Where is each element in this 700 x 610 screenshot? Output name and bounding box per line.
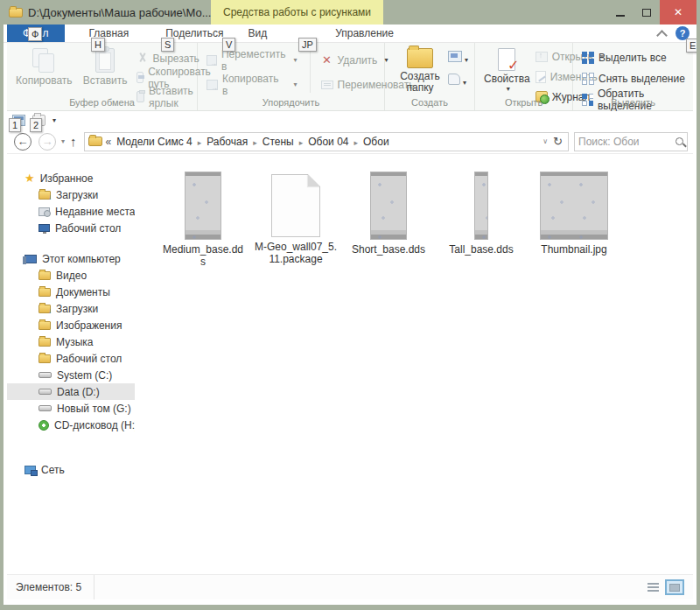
sidebar-item-label: Рабочий стол bbox=[56, 353, 122, 365]
sidebar-item-desktop-fav[interactable]: Рабочий стол bbox=[7, 220, 135, 236]
recent-locations-dropdown-icon[interactable]: ▾ bbox=[61, 137, 65, 145]
open-group-label: Открыть bbox=[475, 97, 572, 108]
sidebar-item-video[interactable]: Видео bbox=[7, 267, 135, 284]
address-overflow-chevron[interactable]: « bbox=[106, 136, 112, 148]
address-folder-icon bbox=[88, 137, 102, 146]
main-area: ★ Избранное Загрузки Недавние места Рабо… bbox=[7, 154, 693, 574]
qat-customize-dropdown-icon[interactable]: ▾ bbox=[52, 116, 56, 124]
minimize-icon bbox=[616, 15, 625, 17]
sidebar-item-label: Загрузки bbox=[56, 303, 98, 315]
copy-to-label: Копировать в bbox=[222, 73, 287, 97]
collapse-ribbon-icon[interactable] bbox=[658, 31, 667, 36]
breadcrumb-segment[interactable]: Обои bbox=[361, 136, 391, 148]
thumbnails-view-button[interactable] bbox=[665, 579, 684, 595]
easy-access-icon bbox=[448, 74, 460, 85]
explorer-window: D:\Документы\Маша рабочие\Мо... Средства… bbox=[0, 0, 700, 610]
ribbon-group-clipboard: Копировать Вставить Вырезать Скопировать… bbox=[7, 43, 198, 110]
properties-button[interactable]: Свойства bbox=[479, 46, 536, 105]
window-folder-icon bbox=[9, 8, 23, 18]
thumbnails-view-icon bbox=[669, 584, 680, 592]
sidebar-item-documents[interactable]: Документы bbox=[7, 284, 135, 300]
search-input[interactable] bbox=[578, 136, 676, 148]
navigation-pane: ★ Избранное Загрузки Недавние места Рабо… bbox=[7, 154, 135, 574]
paste-button[interactable]: Вставить bbox=[78, 46, 133, 105]
title-bar: D:\Документы\Маша рабочие\Мо... Средства… bbox=[4, 0, 696, 25]
copy-button[interactable]: Копировать bbox=[10, 46, 78, 105]
sidebar-section-network[interactable]: Сеть bbox=[7, 461, 135, 478]
paste-icon bbox=[95, 48, 115, 73]
favorites-label: Избранное bbox=[40, 172, 94, 185]
minimize-button[interactable] bbox=[607, 0, 634, 25]
desktop-icon bbox=[38, 224, 50, 232]
pictures-folder-icon bbox=[38, 321, 51, 330]
sidebar-item-label: Новый том (G:) bbox=[57, 403, 131, 415]
keytip-home: H bbox=[91, 38, 105, 52]
tab-view[interactable]: Вид bbox=[235, 25, 279, 42]
navigation-bar: ← → ▾ ↑ « Модели Симс 4 Рабочая Стены Об… bbox=[7, 130, 693, 154]
file-item[interactable]: Short_base.dds bbox=[346, 172, 430, 256]
sidebar-item-music[interactable]: Музыка bbox=[7, 333, 135, 350]
sidebar-item-recent-places[interactable]: Недавние места bbox=[7, 203, 135, 220]
ribbon-group-open: Свойства Открыть Изменить Журнал bbox=[475, 43, 573, 110]
copy-label: Копировать bbox=[16, 75, 73, 87]
select-none-label: Снять выделение bbox=[598, 73, 685, 85]
new-item-button[interactable] bbox=[448, 50, 468, 66]
forward-button[interactable]: → bbox=[38, 133, 56, 151]
file-item[interactable]: M-Geo_wall07_5.11.package bbox=[254, 172, 338, 265]
desktop-folder-icon bbox=[38, 354, 51, 363]
sidebar-section-favorites[interactable]: ★ Избранное bbox=[7, 170, 135, 186]
select-all-button[interactable]: Выделить все bbox=[582, 49, 693, 66]
file-item[interactable]: Thumbnail.jpg bbox=[532, 172, 616, 256]
search-icon[interactable] bbox=[676, 137, 683, 145]
details-view-button[interactable] bbox=[646, 580, 662, 594]
file-item[interactable]: Medium_base.dds bbox=[161, 172, 245, 268]
window-title: D:\Документы\Маша рабочие\Мо... bbox=[28, 6, 211, 19]
file-item[interactable]: Tall_base.dds bbox=[439, 172, 523, 256]
sidebar-section-this-pc[interactable]: Этот компьютер bbox=[7, 250, 135, 267]
clipboard-group-label: Буфер обмена bbox=[7, 97, 197, 108]
breadcrumb-segment[interactable]: Модели Симс 4 bbox=[115, 136, 193, 148]
select-none-icon bbox=[582, 73, 594, 85]
sidebar-item-desktop-pc[interactable]: Рабочий стол bbox=[7, 350, 135, 367]
new-folder-button[interactable]: Создать папку bbox=[392, 46, 448, 95]
maximize-button[interactable] bbox=[634, 0, 660, 25]
move-to-button[interactable]: Переместить в bbox=[206, 52, 298, 68]
star-icon: ★ bbox=[24, 172, 35, 185]
quick-access-toolbar: ▾ bbox=[7, 111, 693, 130]
sidebar-item-downloads[interactable]: Загрузки bbox=[7, 186, 135, 203]
sidebar-item-system-c[interactable]: System (C:) bbox=[7, 367, 135, 383]
sidebar-item-data-d[interactable]: Data (D:) bbox=[7, 383, 135, 400]
easy-access-button[interactable] bbox=[448, 73, 468, 88]
sidebar-item-pictures[interactable]: Изображения bbox=[7, 317, 135, 333]
this-pc-label: Этот компьютер bbox=[42, 253, 121, 265]
sidebar-item-new-volume-g[interactable]: Новый том (G:) bbox=[7, 400, 135, 417]
file-name: Thumbnail.jpg bbox=[532, 243, 616, 256]
copy-to-button[interactable]: Копировать в bbox=[206, 76, 298, 93]
breadcrumb-separator-icon[interactable] bbox=[299, 136, 304, 148]
keytip-view: V bbox=[222, 38, 235, 52]
address-bar[interactable]: « Модели Симс 4 Рабочая Стены Обои 04 Об… bbox=[84, 132, 569, 151]
ribbon-tab-row: Файл Главная Поделиться Вид Управление ? bbox=[4, 25, 696, 43]
address-history-dropdown-icon[interactable]: ∨ bbox=[542, 137, 548, 145]
select-none-button[interactable]: Снять выделение bbox=[582, 70, 693, 87]
up-button[interactable]: ↑ bbox=[70, 134, 77, 149]
search-box[interactable] bbox=[574, 132, 688, 151]
close-button[interactable]: ✕ bbox=[660, 0, 696, 25]
tab-home[interactable]: Главная bbox=[77, 25, 142, 42]
refresh-icon[interactable]: ↻ bbox=[553, 135, 563, 148]
copy-path-icon bbox=[136, 72, 144, 83]
open-icon bbox=[536, 52, 548, 62]
breadcrumb-separator-icon[interactable] bbox=[354, 136, 359, 148]
keytip-qat-2: 2 bbox=[30, 118, 42, 132]
breadcrumb-segment[interactable]: Стены bbox=[261, 136, 296, 148]
breadcrumb-separator-icon[interactable] bbox=[198, 136, 202, 148]
downloads-folder-icon bbox=[38, 305, 51, 313]
breadcrumb-separator-icon[interactable] bbox=[253, 136, 257, 148]
copy-to-icon bbox=[206, 80, 218, 90]
back-button[interactable]: ← bbox=[14, 133, 32, 151]
breadcrumb-segment[interactable]: Рабочая bbox=[205, 136, 249, 148]
sidebar-item-cd-drive-h[interactable]: CD-дисковод (H:) M bbox=[7, 417, 135, 433]
breadcrumb-segment[interactable]: Обои 04 bbox=[306, 136, 350, 148]
sidebar-item-downloads-pc[interactable]: Загрузки bbox=[7, 300, 135, 317]
rename-icon bbox=[321, 81, 333, 89]
